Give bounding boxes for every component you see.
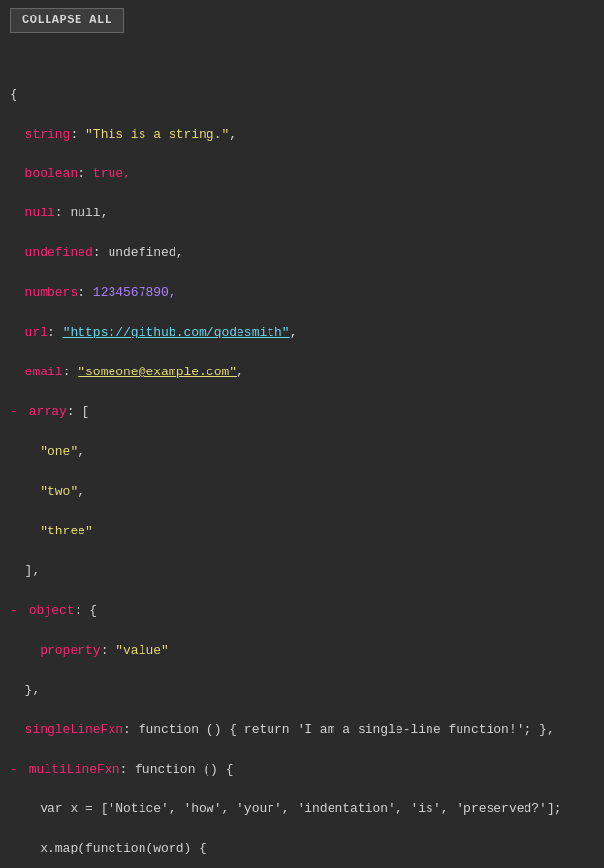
collapse-arrow-object[interactable]: - <box>10 601 21 621</box>
key-undefined: undefined <box>25 245 93 260</box>
line-undefined: undefined: undefined, <box>10 243 594 263</box>
key-boolean: boolean <box>25 166 79 180</box>
line-open-brace: { <box>10 85 594 105</box>
line-multiline-fxn-2: var x = ['Notice', 'how', 'your', 'inden… <box>10 799 594 819</box>
line-array-open: - array: [ <box>10 402 594 422</box>
key-numbers: numbers <box>25 285 79 300</box>
collapse-all-button[interactable]: COLLAPSE ALL <box>10 8 124 33</box>
collapse-arrow-array[interactable]: - <box>10 402 21 422</box>
val-boolean: true, <box>93 166 131 180</box>
line-object-open: - object: { <box>10 601 594 621</box>
key-array: array <box>29 404 67 419</box>
line-multiline-fxn-open: - multiLineFxn: function () { <box>10 760 594 780</box>
val-multi-fxn-line3: x.map(function(word) { <box>40 841 207 855</box>
line-array-one: "one", <box>10 442 594 462</box>
key-property: property <box>40 643 100 658</box>
line-object-close: }, <box>10 681 594 700</box>
key-object: object <box>29 603 75 618</box>
val-array-0: "one" <box>40 444 78 459</box>
val-email[interactable]: "someone@example.com" <box>78 365 237 379</box>
line-email: email: "someone@example.com", <box>10 363 594 382</box>
line-multiline-fxn-3: x.map(function(word) { <box>10 839 594 858</box>
val-array-1: "two" <box>40 484 78 498</box>
collapse-arrow-multiline-fxn[interactable]: - <box>10 760 21 780</box>
line-boolean: boolean: true, <box>10 164 594 183</box>
line-url: url: "https://github.com/qodesmith", <box>10 323 594 342</box>
line-numbers: numbers: 1234567890, <box>10 283 594 303</box>
val-url[interactable]: "https://github.com/qodesmith" <box>63 325 290 339</box>
val-property: "value" <box>115 643 169 658</box>
val-multi-fxn-line2: var x = ['Notice', 'how', 'your', 'inden… <box>40 801 561 816</box>
line-null: null: null, <box>10 204 594 223</box>
key-single-fxn: singleLineFxn <box>25 723 123 737</box>
json-viewer: { string: "This is a string.", boolean: … <box>0 41 604 868</box>
key-email: email <box>25 365 63 379</box>
val-string: "This is a string." <box>85 127 229 142</box>
line-array-close: ], <box>10 562 594 581</box>
line-array-two: "two", <box>10 482 594 501</box>
toolbar: COLLAPSE ALL <box>0 0 604 41</box>
key-string: string <box>25 127 71 142</box>
line-property: property: "value" <box>10 641 594 660</box>
line-singleline-fxn: singleLineFxn: function () { return 'I a… <box>10 721 594 740</box>
line-string: string: "This is a string.", <box>10 125 594 145</box>
val-array-2: "three" <box>40 524 93 538</box>
key-multi-fxn: multiLineFxn <box>29 762 120 777</box>
val-multi-fxn-line1: function () { <box>135 762 233 777</box>
val-numbers: 1234567890, <box>93 285 176 300</box>
key-null: null <box>25 206 55 220</box>
key-url: url <box>25 325 48 339</box>
val-undefined: undefined, <box>108 245 183 260</box>
val-null: null, <box>70 206 108 220</box>
val-single-fxn: function () { return 'I am a single-line… <box>139 723 555 737</box>
line-array-three: "three" <box>10 522 594 541</box>
